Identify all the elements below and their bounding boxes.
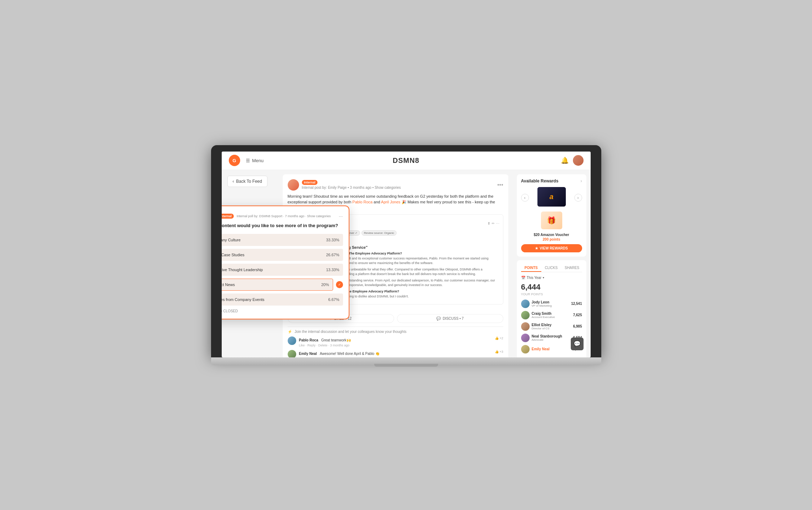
share-icon[interactable]: ⬆	[487, 221, 490, 225]
poll-bar-client-studies: Client Case Studies 26.67%	[222, 249, 343, 261]
poll-bar-exec-thought: Executive Thought Leadership 13.33%	[222, 264, 343, 276]
app-title: DSMN8	[393, 157, 419, 165]
comment-content-2: Emily Neal Awesome! Well done April & Pa…	[299, 350, 492, 357]
lb-item-2: Craig Smith Account Executive 7,625	[521, 311, 582, 319]
lb-avatar-jody	[521, 300, 530, 308]
top-navigation: G ☰ Menu DSMN8 🔔	[222, 152, 591, 170]
poll-footer: 15 votes • CLOSED	[222, 309, 343, 313]
right-panel: Available Rewards › ‹ a ›	[513, 170, 591, 357]
amazon-letter: a	[549, 193, 553, 201]
lb-avatar-emilyneal	[521, 345, 530, 353]
discuss-button[interactable]: 💬 DISCUSS • 7	[397, 314, 503, 323]
rewards-card: Available Rewards › ‹ a ›	[517, 174, 586, 257]
april-jones-link[interactable]: April Jones	[381, 200, 400, 204]
lb-info-jody: Jody Leon VP of Marketing	[532, 300, 569, 307]
poll-option-label-5: Updates from Company Events	[222, 297, 265, 302]
rewards-title: Available Rewards	[521, 179, 559, 183]
poll-more-options[interactable]: ···	[339, 213, 343, 219]
comment-like-1[interactable]: 👍 +2	[495, 336, 503, 340]
back-to-feed-button[interactable]: ‹ Back To Feed	[227, 176, 267, 187]
poll-option-2: Client Case Studies 26.67%	[222, 249, 343, 261]
tab-shares[interactable]: SHARES	[561, 264, 583, 272]
comment-like-2[interactable]: 👍 +3	[495, 350, 503, 353]
poll-bar-company-culture: Company Culture 33.33%	[222, 234, 343, 246]
points-label: YOUR POINTS	[521, 292, 582, 296]
pablo-roca-link[interactable]: Pablo Roca	[352, 200, 372, 204]
rewards-navigation: ‹ a ›	[521, 187, 582, 209]
back-button-label: Back To Feed	[236, 179, 262, 184]
post-more-options[interactable]: •••	[497, 182, 503, 188]
poll-question: What content would you like to see more …	[222, 223, 343, 229]
lb-points-jody: 12,541	[571, 302, 582, 306]
notifications-bell-icon[interactable]: 🔔	[561, 157, 569, 164]
poll-option-label-1: Company Culture	[222, 238, 241, 242]
user-avatar[interactable]	[573, 155, 584, 166]
lb-info-emilyneal: Emily Neal	[532, 347, 571, 351]
rewards-next-button[interactable]: ›	[574, 194, 582, 202]
poll-bar-product-news: Product News 20%	[222, 279, 333, 291]
app-logo[interactable]: G	[229, 155, 240, 166]
star-icon: ★	[535, 246, 538, 250]
lb-name-jody: Jody Leon	[532, 300, 569, 304]
lb-avatar-elliot	[521, 322, 530, 331]
lb-points-elliot: 6,985	[573, 324, 582, 328]
lb-item-1: Jody Leon VP of Marketing 12,541	[521, 300, 582, 308]
laptop-base	[211, 357, 601, 365]
comments-list: Pablo Roca Great teamwork🙌 Like · Reply …	[288, 336, 503, 357]
discuss-label: DISCUSS • 7	[443, 317, 464, 320]
lb-info-neal: Neal Stanborough Advocate	[532, 334, 571, 341]
post-author-avatar	[288, 179, 299, 191]
tab-clicks[interactable]: CLICKS	[541, 264, 561, 272]
chat-icon: 💬	[436, 317, 441, 320]
lb-avatar-craig	[521, 311, 530, 319]
points-value: 6,444	[521, 283, 582, 292]
poll-option-1: Company Culture 33.33%	[222, 234, 343, 246]
menu-label: Menu	[252, 158, 264, 163]
lb-role-neal: Advocate	[532, 338, 571, 341]
join-discussion[interactable]: ⚡ Join the internal discussion and let y…	[288, 327, 503, 336]
comment-2: Emily Neal Awesome! Well done April & Pa…	[288, 350, 503, 357]
comment-text-2: Awesome! Well done April & Pablo 👏	[320, 352, 380, 356]
more-review-icon[interactable]: ⋯	[496, 221, 499, 225]
internal-badge: Internal	[302, 180, 318, 185]
comment-author-pablo: Pablo Roca	[299, 338, 318, 342]
nav-menu-button[interactable]: ☰ Menu	[246, 158, 264, 163]
lb-points-craig: 7,625	[573, 313, 582, 317]
lb-role-craig: Account Executive	[532, 316, 571, 319]
points-period-selector[interactable]: 📅 This Year ▾	[521, 276, 582, 280]
tab-points[interactable]: POINTS	[521, 264, 541, 272]
poll-option-pct-5: 6.67%	[328, 297, 339, 302]
view-rewards-button[interactable]: ★ VIEW REWARDS	[521, 244, 582, 252]
back-chevron-icon: ‹	[233, 179, 234, 184]
comment-author-emily: Emily Neal	[299, 352, 317, 356]
poll-option-pct-2: 26.67%	[326, 253, 339, 257]
reward-points: 200 points	[521, 237, 582, 241]
post-header-info: Internal Internal post by: Emily Paige •…	[302, 180, 401, 190]
reward-info: $20 Amazon Voucher 200 points	[521, 233, 582, 241]
poll-internal-badge: Internal	[222, 214, 234, 219]
poll-option-5: Updates from Company Events 6.67%	[222, 294, 343, 306]
rewards-prev-button[interactable]: ‹	[521, 194, 529, 202]
chat-bubble-button[interactable]: 💬	[571, 338, 584, 350]
reward-name: $20 Amazon Voucher	[521, 233, 582, 237]
nav-right-actions: 🔔	[561, 155, 584, 166]
calendar-icon: 📅	[521, 276, 525, 280]
poll-selected-check: ✓	[336, 281, 343, 288]
poll-meta: Internal poll by: DSMN8 Support · 7 mont…	[237, 214, 336, 218]
period-label: This Year	[527, 276, 542, 280]
lb-item-3: Elliot Elsley Director of CS 6,985	[521, 322, 582, 331]
lb-info-craig: Craig Smith Account Executive	[532, 312, 571, 319]
view-rewards-label: VIEW REWARDS	[540, 246, 568, 250]
comment-meta-1: Like · Reply · Delete · 3 months ago	[299, 344, 492, 347]
edit-icon[interactable]: ✏	[492, 221, 495, 225]
poll-option-pct-3: 13.33%	[326, 268, 339, 272]
main-content-area: ‹ Back To Feed Internal	[222, 170, 591, 357]
lb-name-emilyneal: Emily Neal	[532, 347, 571, 351]
rewards-chevron-right-icon[interactable]: ›	[581, 179, 582, 183]
comment-1: Pablo Roca Great teamwork🙌 Like · Reply …	[288, 336, 503, 347]
poll-bar-events: Updates from Company Events 6.67%	[222, 294, 343, 306]
lb-avatar-neal	[521, 334, 530, 342]
organic-badge: Review source: Organic	[361, 230, 397, 236]
comment-avatar-pablo	[288, 336, 296, 345]
poll-card: 8 Internal Internal poll by: DSMN8 Suppo…	[222, 205, 349, 319]
